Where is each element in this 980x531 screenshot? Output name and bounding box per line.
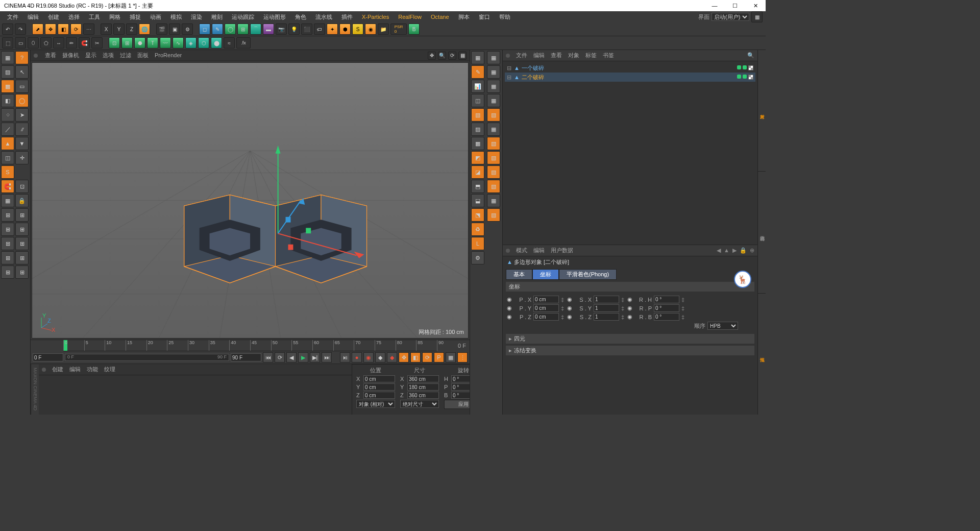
lasso-select-button[interactable]: ⬯ (28, 37, 39, 49)
grid7[interactable]: ⊞ (1, 251, 14, 264)
generator-array-button[interactable]: ⊞ (237, 23, 249, 35)
vp-isoparm-button[interactable]: 📊 (471, 80, 484, 93)
vpmenu-面板[interactable]: 面板 (137, 52, 149, 58)
window-minimize-button[interactable]: — (708, 3, 721, 9)
menu-窗口[interactable]: 窗口 (475, 12, 494, 22)
help-icon[interactable]: ? (15, 51, 29, 64)
layout-select[interactable]: 启动(用户) (712, 13, 749, 21)
xp-system-button[interactable]: ⬢ (339, 23, 351, 35)
x-axis-toggle[interactable]: X (101, 23, 112, 35)
attr-px-input[interactable] (533, 296, 559, 303)
object-tree[interactable]: ⊟▲一个破碎⊟▲二个破碎 (503, 61, 757, 245)
vp-opt8-button[interactable]: ⬔ (471, 208, 484, 222)
matmenu-创建[interactable]: 创建 (52, 366, 63, 372)
matmenu-功能[interactable]: 功能 (87, 366, 98, 372)
matmenu-编辑[interactable]: 编辑 (69, 366, 81, 372)
vp-opt3-button[interactable]: ▩ (471, 137, 484, 150)
vpb-12[interactable]: ▧ (487, 208, 500, 222)
menu-渲染[interactable]: 渲染 (187, 12, 206, 22)
vpb-9[interactable]: ▧ (487, 165, 500, 179)
mospline-button[interactable]: ∿ (173, 37, 184, 49)
tag-button[interactable]: 🏷 (314, 23, 325, 35)
vpb-2[interactable]: ▦ (487, 65, 500, 79)
attr-rh-input[interactable] (654, 296, 679, 303)
content-browser-button[interactable]: 📁 (378, 23, 389, 35)
vp-opt2-button[interactable]: ▨ (471, 123, 484, 136)
simulate-button[interactable]: ≈ (224, 37, 235, 49)
attrmenu-编辑[interactable]: 编辑 (533, 247, 545, 253)
menu-Octane[interactable]: Octane (427, 13, 453, 21)
tweak-button[interactable]: S (1, 165, 14, 179)
prev-frame-button[interactable]: ◀ (286, 352, 297, 363)
menu-捕捉[interactable]: 捕捉 (126, 12, 145, 22)
menu-运动跟踪[interactable]: 运动跟踪 (228, 12, 258, 22)
grid4[interactable]: ⊞ (15, 223, 29, 236)
grid3[interactable]: ⊞ (1, 223, 14, 236)
goto-key-button[interactable]: ⏯ (340, 352, 350, 363)
attr-handle-icon[interactable] (506, 249, 510, 253)
uv-mode-button[interactable]: ◫ (1, 151, 14, 164)
menu-角色[interactable]: 角色 (291, 12, 310, 22)
poly-icon[interactable]: ▼ (15, 137, 29, 150)
timeline-end-input[interactable] (231, 353, 261, 361)
menu-X-Particles[interactable]: X-Particles (358, 13, 393, 21)
menu-RealFlow[interactable]: RealFlow (394, 13, 426, 21)
spline-pen-button[interactable]: ✎ (212, 23, 223, 35)
matrix-button[interactable]: ⊞ (121, 37, 133, 49)
objmenu-对象[interactable]: 对象 (568, 52, 579, 58)
point-mode-button[interactable]: ⁘ (1, 108, 14, 122)
record-button[interactable]: ● (352, 352, 362, 363)
goto-end-button[interactable]: ⏭ (322, 352, 332, 363)
scene-button[interactable]: ⬛ (301, 23, 312, 35)
camera-button[interactable]: 📷 (276, 23, 287, 35)
play-button[interactable]: ▶ (298, 352, 308, 363)
coord-system-toggle[interactable]: 🌐 (139, 23, 150, 35)
voronoi-button[interactable]: ⬡ (198, 37, 209, 49)
live-select-button[interactable]: ⬚ (2, 37, 13, 49)
tracer-button[interactable]: 〰 (160, 37, 171, 49)
perspective-viewport[interactable]: 透视视图 (32, 62, 469, 339)
obj-search-icon[interactable]: 🔍 (747, 52, 754, 59)
magnet-button[interactable]: 🧲 (79, 37, 90, 49)
render-view-button[interactable]: 🎬 (156, 23, 167, 35)
window-maximize-button[interactable]: ☐ (729, 3, 741, 9)
grid8[interactable]: ⊞ (15, 251, 29, 264)
snap-settings[interactable]: ⊡ (15, 180, 29, 193)
menu-运动图形[interactable]: 运动图形 (259, 12, 290, 22)
size-y-input[interactable] (407, 383, 439, 391)
attr-rp-input[interactable] (654, 304, 679, 312)
autokey-button[interactable]: ◉ (363, 352, 374, 363)
snap-toggle[interactable]: 🧲 (1, 180, 14, 193)
pos-y-input[interactable] (363, 383, 395, 391)
knife-button[interactable]: ✂ (91, 37, 103, 49)
attr-tab-2[interactable]: 平滑着色(Phong) (559, 269, 617, 280)
axis-icon[interactable]: ✛ (15, 151, 29, 164)
vp-recycle-button[interactable]: ♻ (471, 223, 484, 236)
attr-sz-input[interactable] (594, 313, 619, 321)
edge-mode-button[interactable]: ／ (1, 123, 14, 136)
vpmenu-查看[interactable]: 查看 (45, 52, 56, 58)
vp-opt1-button[interactable]: ▧ (471, 108, 484, 122)
loop-button[interactable]: ⟳ (275, 352, 285, 363)
attr-tab-1[interactable]: 坐标 (532, 269, 559, 280)
menu-脚本[interactable]: 脚本 (454, 12, 474, 22)
generator-subdiv-button[interactable]: ◯ (225, 23, 236, 35)
vpmenu-摄像机[interactable]: 摄像机 (62, 52, 79, 58)
vp-shade-button[interactable]: ▦ (471, 51, 484, 64)
lock-icon[interactable]: 🔒 (15, 194, 29, 207)
menu-文件[interactable]: 文件 (3, 12, 22, 22)
vp-wireframe-button[interactable]: ✎ (471, 65, 484, 79)
move-mesh-button[interactable]: ↔ (53, 37, 64, 49)
size-z-input[interactable] (407, 392, 439, 399)
undo-button[interactable]: ↶ (2, 23, 13, 35)
cursor-icon[interactable]: ↖ (15, 65, 29, 79)
timeline-start-input[interactable] (33, 353, 63, 361)
attr-quaternion-section[interactable]: 四元 (506, 334, 754, 344)
attr-order-select[interactable]: HPB (707, 322, 738, 330)
vp-pan-icon[interactable]: ✥ (428, 52, 436, 60)
mat-handle-icon[interactable] (42, 368, 46, 372)
right-tab-structure[interactable]: 对象 (758, 50, 766, 172)
vp-box-button[interactable]: ◫ (471, 94, 484, 107)
vpmenu-显示[interactable]: 显示 (85, 52, 96, 58)
scale-tool[interactable]: ◧ (58, 23, 69, 35)
